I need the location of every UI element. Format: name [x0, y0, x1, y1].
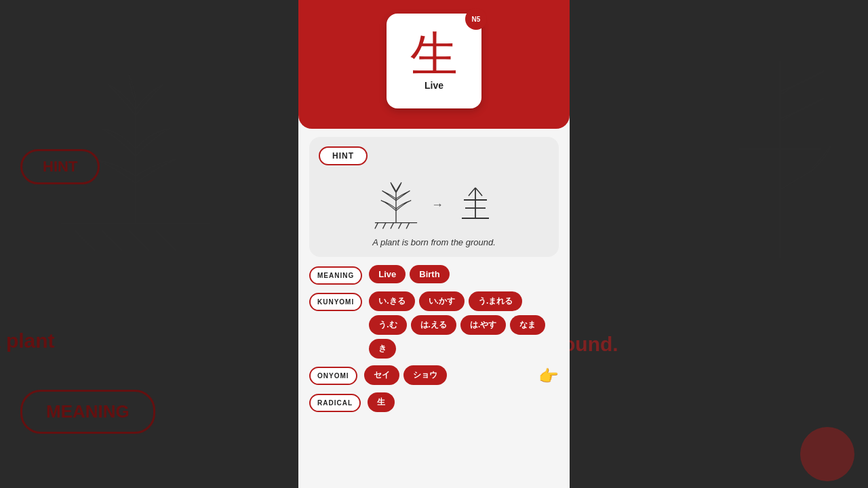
- meaning-tags: Live Birth: [369, 265, 559, 283]
- level-badge: N5: [465, 8, 487, 30]
- onyomi-tag-2: ショウ: [403, 365, 447, 385]
- kunyomi-tag-1: い.きる: [369, 291, 414, 311]
- hint-button[interactable]: HINT: [319, 146, 368, 165]
- onyomi-label: ONYOMI: [309, 367, 357, 385]
- kanji-card: N5 生 Live: [387, 14, 481, 108]
- kunyomi-tags: い.きる い.かす う.まれる う.む は.える は.やす なま き: [369, 291, 559, 359]
- kunyomi-section: KUNYOMI い.きる い.かす う.まれる う.む は.える は.やす なま…: [309, 291, 559, 359]
- meaning-section: MEANING Live Birth: [309, 265, 559, 285]
- svg-line-14: [406, 223, 409, 229]
- meaning-tag-birth: Birth: [410, 265, 449, 283]
- meaning-label: MEANING: [309, 266, 362, 285]
- radical-section: RADICAL 生: [309, 392, 559, 412]
- svg-line-13: [399, 223, 401, 229]
- arrow-symbol: →: [431, 198, 443, 212]
- kunyomi-tag-3: う.まれる: [469, 291, 522, 311]
- onyomi-section: ONYOMI セイ ショウ 👉: [309, 365, 559, 386]
- svg-line-11: [382, 223, 385, 229]
- svg-line-1: [75, 230, 95, 251]
- svg-line-2: [102, 230, 122, 251]
- kanji-after-svg: [452, 181, 499, 228]
- bg-right-panel: ground.: [570, 0, 868, 488]
- bg-meaning-label: MEANING: [20, 390, 155, 434]
- kunyomi-tag-5: は.える: [411, 315, 456, 335]
- content-area: HINT: [298, 129, 570, 488]
- bg-bottom-text: A plant: [0, 329, 55, 352]
- header: N5 生 Live: [298, 0, 570, 129]
- hint-illustration: →: [319, 178, 549, 232]
- kanji-character: 生: [410, 31, 458, 79]
- onyomi-tags: セイ ショウ: [364, 365, 532, 385]
- kunyomi-tag-4: う.む: [369, 315, 406, 335]
- svg-line-8: [780, 169, 814, 190]
- kunyomi-label: KUNYOMI: [309, 293, 362, 311]
- radical-tags: 生: [368, 392, 559, 412]
- kanji-meaning-label: Live: [425, 80, 443, 91]
- svg-line-3: [129, 230, 149, 251]
- meaning-tag-live: Live: [369, 265, 406, 283]
- kunyomi-tag-7: なま: [510, 315, 545, 335]
- bg-ground-text: ground.: [570, 333, 618, 356]
- onyomi-tag-1: セイ: [364, 365, 399, 385]
- svg-line-10: [375, 223, 378, 229]
- hint-section: HINT: [309, 137, 559, 257]
- radical-tag-1: 生: [368, 392, 395, 412]
- main-panel: N5 生 Live HINT: [298, 0, 570, 488]
- radical-label: RADICAL: [309, 394, 361, 412]
- plant-before-svg: [369, 178, 423, 232]
- svg-line-12: [391, 223, 393, 229]
- bg-hint-label: HINT: [20, 149, 100, 184]
- bg-left-panel: HINT A plant MEANING: [0, 0, 298, 488]
- kunyomi-tag-8: き: [369, 339, 396, 359]
- svg-line-4: [156, 230, 176, 251]
- next-arrow-emoji[interactable]: 👉: [538, 367, 559, 386]
- kunyomi-tag-6: は.やす: [460, 315, 506, 335]
- hint-description: A plant is born from the ground.: [319, 237, 549, 247]
- kunyomi-tag-2: い.かす: [419, 291, 465, 311]
